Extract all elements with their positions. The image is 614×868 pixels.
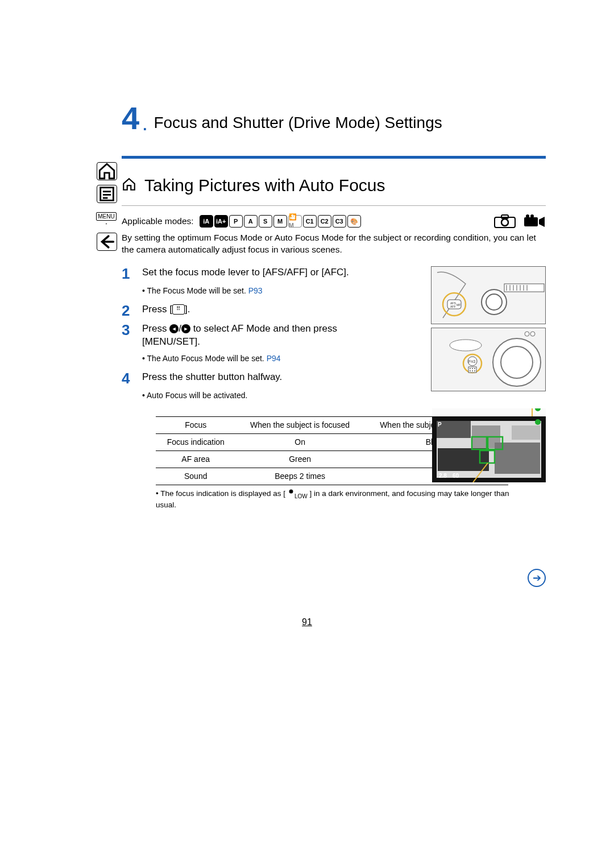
next-page-icon[interactable]: ➔ (528, 569, 546, 587)
table-header-focused: When the subject is focused (235, 417, 364, 434)
svg-point-40 (470, 370, 471, 371)
chapter-number: 4 (122, 102, 139, 134)
back-icon[interactable] (97, 233, 117, 251)
svg-text:60: 60 (453, 473, 459, 479)
mode-badges: iA iA+ P A S M 🎦M C1 C2 C3 🎨 (200, 215, 361, 228)
svg-point-31 (525, 332, 529, 336)
mode-badge-a: A (244, 215, 258, 228)
applicable-modes-row: Applicable modes: iA iA+ P A S M 🎦M C1 C… (122, 214, 546, 229)
svg-point-38 (472, 368, 473, 369)
step-1-text: Set the focus mode lever to [AFS/AFF] or… (142, 266, 349, 281)
steps: AFS AFF MF Fn3 (122, 266, 546, 401)
svg-rect-48 (438, 448, 489, 471)
applicable-modes-label: Applicable modes: (122, 216, 194, 228)
illustration-focus-lever: AFS AFF MF (431, 266, 546, 324)
svg-text:MF: MF (457, 303, 460, 307)
svg-point-42 (474, 370, 475, 371)
page-number: 91 (0, 617, 614, 627)
svg-text:P: P (438, 421, 442, 428)
home-icon[interactable] (97, 162, 117, 180)
mode-badge-c1: C1 (303, 215, 317, 228)
svg-point-9 (526, 214, 529, 218)
menu-icon[interactable]: MENU (97, 208, 116, 228)
mode-badge-m: M (273, 215, 287, 228)
svg-point-32 (530, 332, 535, 336)
svg-text:2.8: 2.8 (439, 473, 447, 479)
mode-badge-ia: iA (200, 215, 213, 228)
contents-icon[interactable] (97, 185, 117, 203)
intro-text: By setting the optimum Focus Mode or Aut… (122, 232, 546, 256)
step-4-text: Press the shutter button halfway. (142, 371, 282, 386)
photo-icon (493, 214, 516, 229)
right-arrow-icon: ► (181, 324, 190, 333)
mode-badge-s: S (259, 215, 272, 228)
illustration-screen-af: P 2.8 60 (432, 408, 546, 482)
svg-rect-50 (512, 425, 540, 440)
chapter-title: Focus and Shutter (Drive Mode) Settings (154, 114, 442, 132)
bookmark-icon (122, 177, 136, 194)
svg-point-30 (450, 340, 482, 351)
af-area-icon: ⠿ (172, 304, 185, 315)
table-header-focus: Focus (156, 417, 235, 434)
mode-badge-c2: C2 (318, 215, 331, 228)
link-p93[interactable]: P93 (248, 286, 263, 295)
svg-text:Fn3: Fn3 (468, 359, 475, 363)
table-note: • The focus indication is displayed as [… (156, 489, 520, 510)
svg-marker-8 (539, 217, 545, 227)
svg-point-10 (530, 214, 534, 218)
mode-badge-moviem: 🎦M (288, 215, 302, 228)
svg-rect-46 (437, 421, 471, 438)
low-focus-icon (288, 489, 294, 499)
svg-point-37 (470, 368, 471, 369)
svg-rect-7 (524, 217, 538, 226)
svg-point-62 (289, 490, 293, 494)
link-p94[interactable]: P94 (267, 354, 281, 363)
svg-text:AFF: AFF (450, 305, 455, 308)
mode-badge-c3: C3 (333, 215, 346, 228)
sidebar-nav: MENU (97, 162, 116, 251)
chapter-rule (122, 156, 546, 159)
step-3-text: Press ◄/► to select AF Mode and then pre… (142, 323, 387, 349)
section-rule (122, 205, 546, 206)
svg-point-55 (535, 419, 541, 425)
movie-icon (523, 214, 546, 229)
mode-badge-creative: 🎨 (347, 215, 361, 228)
left-arrow-icon: ◄ (169, 324, 179, 333)
step-2-text: Press [⠿]. (142, 303, 190, 318)
mode-badge-p: P (229, 215, 243, 228)
svg-rect-36 (468, 367, 476, 373)
svg-point-54 (535, 408, 541, 411)
svg-point-28 (493, 338, 541, 386)
section-title: Taking Pictures with Auto Focus (144, 176, 385, 195)
svg-point-39 (474, 368, 475, 369)
svg-rect-49 (495, 443, 540, 474)
svg-point-6 (501, 219, 508, 226)
section-header: Taking Pictures with Auto Focus (122, 176, 546, 195)
mode-badge-iaplus: iA+ (214, 215, 228, 228)
illustration-fn3-button: Fn3 (431, 328, 546, 391)
svg-point-20 (482, 290, 507, 315)
svg-point-41 (472, 370, 473, 371)
chapter-header: 4 . Focus and Shutter (Drive Mode) Setti… (122, 102, 546, 134)
